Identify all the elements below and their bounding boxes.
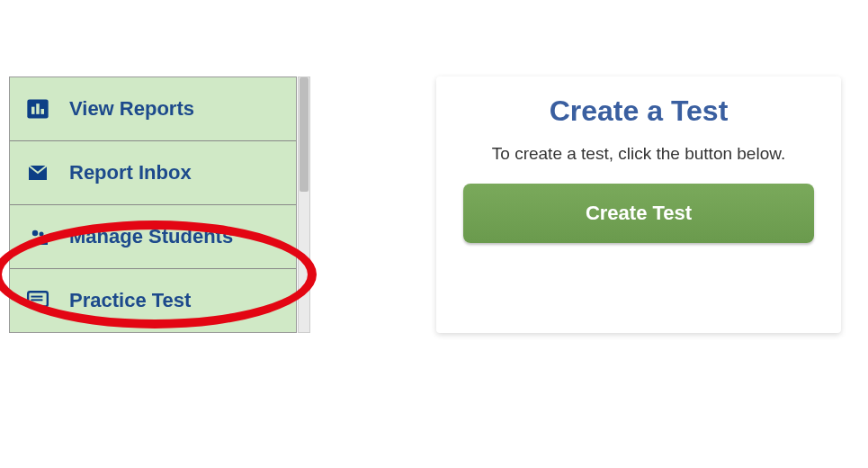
svg-rect-2 [36,104,40,114]
monitor-list-icon [22,287,53,314]
svg-point-5 [40,232,44,237]
create-test-button[interactable]: Create Test [463,184,814,243]
svg-point-4 [32,230,38,236]
people-icon [22,223,53,250]
sidebar: View Reports Report Inbox [9,76,297,333]
bar-chart-icon [22,95,53,122]
sidebar-item-manage-students[interactable]: Manage Students [10,205,296,269]
sidebar-item-report-inbox[interactable]: Report Inbox [10,141,296,205]
create-test-card: Create a Test To create a test, click th… [436,76,841,333]
svg-rect-3 [41,109,45,114]
card-title: Create a Test [463,94,814,128]
sidebar-item-view-reports[interactable]: View Reports [10,77,296,141]
sidebar-item-label: View Reports [69,97,194,121]
sidebar-item-practice-test[interactable]: Practice Test [10,269,296,332]
svg-rect-7 [31,296,42,298]
svg-rect-9 [35,308,41,310]
scrollbar-thumb[interactable] [300,77,309,192]
envelope-icon [22,159,53,186]
scrollbar-track[interactable] [298,76,310,333]
sidebar-item-label: Report Inbox [69,161,192,184]
svg-rect-1 [31,107,35,114]
svg-rect-8 [31,299,42,301]
sidebar-item-label: Manage Students [69,225,233,248]
sidebar-item-label: Practice Test [69,289,191,312]
card-subtitle: To create a test, click the button below… [463,144,814,164]
